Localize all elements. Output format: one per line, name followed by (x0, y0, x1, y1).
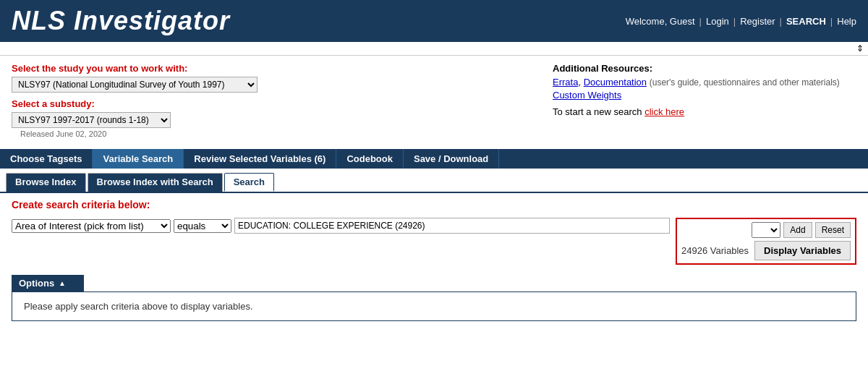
substudy-dropdown[interactable]: NLSY97 1997-2017 (rounds 1-18) (12, 112, 171, 128)
criteria-value-input[interactable] (234, 218, 670, 234)
header-navigation: Welcome, Guest | Login | Register | SEAR… (626, 16, 856, 27)
app-title: NLS Investigator (12, 6, 230, 36)
search-section: Create search criteria below: Area of In… (0, 193, 868, 271)
reset-button[interactable]: Reset (815, 222, 851, 238)
vars-count: 24926 Variables (681, 245, 749, 256)
tab-review-selected[interactable]: Review Selected Variables (6) (184, 149, 336, 169)
welcome-text: Welcome, Guest (626, 16, 695, 27)
options-arrow-icon[interactable]: ▲ (59, 279, 66, 287)
outer-tab-nav: Choose Tagsets Variable Search Review Se… (0, 149, 868, 169)
click-here-link[interactable]: click here (644, 106, 684, 117)
resources-links: Errata, Documentation (user's guide, que… (553, 77, 856, 88)
new-search-text: To start a new search click here (553, 106, 856, 117)
tab-choose-tagsets[interactable]: Choose Tagsets (0, 149, 93, 169)
main-content: Select the study you want to work with: … (0, 56, 868, 143)
inner-tab-nav: Browse Index Browse Index with Search Se… (0, 169, 868, 193)
display-variables-button[interactable]: Display Variables (754, 241, 851, 260)
register-link[interactable]: Register (740, 16, 775, 27)
criteria-equals-dropdown[interactable]: equals (174, 219, 231, 233)
search-link[interactable]: SEARCH (786, 16, 826, 27)
options-header: Options ▲ (12, 275, 84, 291)
collapse-bar: ⇕ (0, 42, 868, 56)
errata-link[interactable]: Errata (553, 77, 578, 88)
study-select-label: Select the study you want to work with: (12, 63, 538, 74)
doc-detail: (user's guide, questionnaires and other … (650, 77, 840, 88)
tab-browse-index-search[interactable]: Browse Index with Search (88, 173, 223, 192)
criteria-area-dropdown[interactable]: Area of Interest (pick from list) (12, 219, 171, 233)
substudy-select-label: Select a substudy: (12, 98, 538, 109)
login-link[interactable]: Login (706, 16, 729, 27)
app-header: NLS Investigator Welcome, Guest | Login … (0, 0, 868, 42)
options-body-text: Please apply search criteria above to di… (24, 301, 253, 312)
released-date: Released June 02, 2020 (20, 129, 106, 138)
options-label: Options (19, 278, 54, 289)
documentation-link[interactable]: Documentation (584, 77, 647, 88)
help-link[interactable]: Help (837, 16, 856, 27)
right-panel: Additional Resources: Errata, Documentat… (553, 63, 856, 139)
additional-resources-title: Additional Resources: (553, 63, 856, 74)
left-panel: Select the study you want to work with: … (12, 63, 538, 139)
options-body: Please apply search criteria above to di… (12, 291, 856, 321)
collapse-icon[interactable]: ⇕ (856, 43, 864, 54)
study-dropdown[interactable]: NLSY97 (National Longitudinal Survey of … (12, 77, 258, 93)
tab-variable-search[interactable]: Variable Search (93, 149, 184, 169)
custom-weights-link[interactable]: Custom Weights (553, 90, 621, 101)
tab-codebook[interactable]: Codebook (336, 149, 404, 169)
tab-browse-index[interactable]: Browse Index (6, 173, 86, 192)
tab-save-download[interactable]: Save / Download (404, 149, 499, 169)
tab-search[interactable]: Search (224, 173, 274, 192)
add-button[interactable]: Add (783, 222, 812, 238)
criteria-extra-dropdown[interactable] (752, 222, 780, 238)
options-section: Options ▲ Please apply search criteria a… (12, 275, 856, 321)
create-search-label: Create search criteria below: (12, 199, 856, 210)
